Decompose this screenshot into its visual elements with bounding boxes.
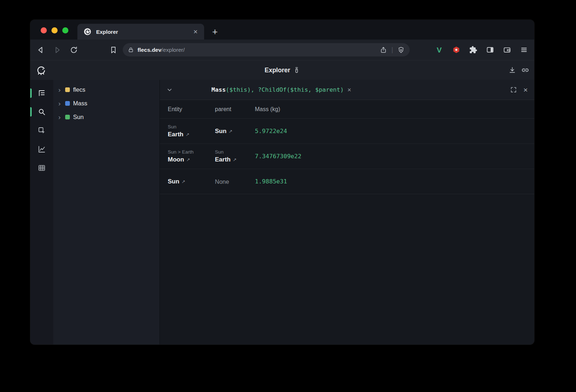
entities-tree-icon[interactable]: [37, 89, 46, 97]
entity-link[interactable]: Sun ↗: [168, 177, 215, 186]
entity-color-swatch: [65, 101, 70, 106]
mass-value: 7.34767309e22: [255, 153, 534, 160]
active-indicator-tree: [30, 88, 32, 98]
back-icon[interactable]: [36, 46, 45, 54]
tables-grid-icon[interactable]: [37, 164, 46, 172]
table-row: Sun Earth ↗ Sun ↗ 5.9722e24: [160, 119, 534, 144]
entity-name: Sun: [168, 177, 179, 186]
inspector-icon[interactable]: [37, 126, 46, 135]
active-indicator-search: [30, 107, 32, 117]
query-header-actions: ×: [510, 86, 528, 94]
tree-item-label: Sun: [73, 114, 84, 120]
brave-shield-icon[interactable]: [397, 46, 405, 54]
entity-path: Sun: [168, 123, 215, 130]
download-icon[interactable]: [508, 66, 516, 74]
extension-hex-icon[interactable]: [452, 46, 460, 54]
fullscreen-icon[interactable]: [510, 86, 517, 93]
extension-cluster: V: [435, 46, 528, 54]
wallet-icon[interactable]: [503, 46, 511, 54]
entity-cell: Sun Earth ↗: [168, 123, 215, 139]
query-token: ?ChildOf: [258, 86, 287, 93]
parent-cell: Sun Earth ↗: [215, 149, 255, 164]
entity-name: Earth: [168, 130, 183, 139]
query-panel: Mass($this), ?ChildOf($this, $parent) × …: [160, 80, 534, 345]
extensions-puzzle-icon[interactable]: [469, 46, 477, 54]
entity-tree-panel: › flecs › Mass › Sun: [53, 80, 160, 345]
close-window-button[interactable]: [41, 27, 47, 33]
entity-link[interactable]: Earth ↗: [168, 130, 215, 139]
parent-name: Sun: [215, 127, 226, 136]
app-title-text: Explorer: [265, 67, 290, 74]
external-link-icon: ↗: [181, 177, 185, 186]
entity-name: Moon: [168, 155, 184, 164]
close-panel-icon[interactable]: ×: [523, 86, 528, 94]
app-title: Explorer: [265, 67, 300, 74]
chevron-down-icon[interactable]: [166, 87, 173, 93]
parent-link[interactable]: Sun ↗: [215, 127, 255, 136]
parent-name: None: [215, 177, 229, 186]
clear-query-icon[interactable]: ×: [347, 87, 351, 93]
lock-icon: [128, 47, 134, 53]
traffic-lights: [41, 27, 68, 33]
tree-item-label: flecs: [73, 86, 85, 93]
expand-chevron-icon[interactable]: ›: [58, 114, 62, 120]
url-bar[interactable]: flecs.dev/explorer/ |: [123, 43, 410, 56]
url-separator: |: [391, 46, 393, 54]
share-icon[interactable]: [380, 46, 387, 54]
entity-color-swatch: [65, 115, 70, 119]
entity-color-swatch: [65, 87, 70, 92]
external-link-icon: ↗: [233, 155, 236, 164]
menu-icon[interactable]: [520, 46, 528, 54]
query-token: ($this, $parent): [287, 86, 344, 93]
column-header-parent: parent: [215, 106, 255, 113]
parent-cell: None: [215, 177, 255, 186]
desktop-background: Explorer × + flecs.dev/explorer/: [0, 0, 576, 392]
new-tab-button[interactable]: +: [210, 27, 220, 36]
expand-chevron-icon[interactable]: ›: [58, 100, 62, 107]
url-path: /explorer/: [161, 47, 185, 53]
tab-strip: Explorer × +: [30, 20, 534, 40]
entity-path: Sun > Earth: [168, 149, 215, 155]
forward-icon[interactable]: [53, 46, 62, 54]
query-search-icon[interactable]: [37, 108, 46, 116]
query-header: Mass($this), ?ChildOf($this, $parent) × …: [160, 80, 534, 100]
bookmark-icon[interactable]: [109, 46, 118, 54]
zoom-window-button[interactable]: [62, 27, 68, 33]
vue-devtools-icon[interactable]: V: [435, 46, 444, 54]
flecs-logo-icon: [36, 65, 46, 76]
external-link-icon: ↗: [186, 155, 190, 164]
browser-window: Explorer × + flecs.dev/explorer/: [30, 20, 534, 345]
browser-tab[interactable]: Explorer ×: [77, 24, 204, 40]
results-table-header: Entity parent Mass (kg): [160, 100, 534, 119]
tree-item-mass[interactable]: › Mass: [53, 96, 159, 110]
parent-none: None: [215, 177, 255, 186]
table-row: Sun ↗ None 1.9885e31: [160, 169, 534, 194]
minimize-window-button[interactable]: [51, 27, 58, 33]
tab-close-icon[interactable]: ×: [193, 28, 198, 35]
link-icon[interactable]: [521, 66, 529, 74]
statistics-chart-icon[interactable]: [37, 145, 46, 154]
browser-toolbar: flecs.dev/explorer/ | V: [30, 40, 534, 60]
parent-link[interactable]: Earth ↗: [215, 155, 255, 164]
mass-value: 5.9722e24: [255, 128, 534, 135]
mass-value: 1.9885e31: [255, 178, 534, 185]
parent-name: Earth: [215, 155, 230, 164]
external-link-icon: ↗: [185, 130, 189, 139]
query-expression[interactable]: Mass($this), ?ChildOf($this, $parent): [176, 79, 344, 100]
remote-icon: [293, 67, 300, 73]
app-header: Explorer: [30, 60, 534, 80]
table-row: Sun > Earth Moon ↗ Sun Earth ↗ 7.3476730…: [160, 144, 534, 169]
icon-rail: [30, 80, 53, 345]
tree-item-flecs[interactable]: › flecs: [53, 83, 159, 96]
parent-path: Sun: [215, 149, 255, 155]
flecs-favicon-icon: [83, 27, 92, 36]
entity-link[interactable]: Moon ↗: [168, 155, 215, 164]
app-body: › flecs › Mass › Sun Mass($: [30, 80, 534, 345]
tree-item-label: Mass: [73, 100, 87, 107]
column-header-mass: Mass (kg): [255, 106, 534, 113]
sidebar-toggle-icon[interactable]: [486, 46, 494, 54]
reload-icon[interactable]: [69, 46, 78, 54]
entity-cell: Sun > Earth Moon ↗: [168, 149, 215, 164]
expand-chevron-icon[interactable]: ›: [58, 86, 62, 93]
tree-item-sun[interactable]: › Sun: [53, 110, 159, 124]
